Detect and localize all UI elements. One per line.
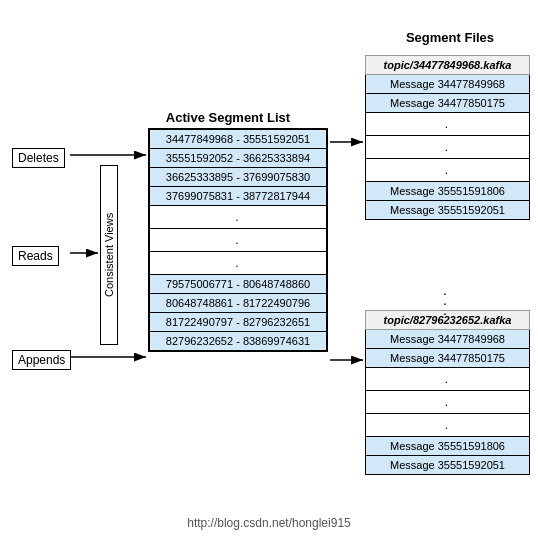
label-deletes: Deletes [12,148,65,168]
seg-file-row: Message 35551592051 [365,456,530,475]
segment-row: 35551592052 - 36625333894 [150,149,326,168]
segment-row: 82796232652 - 83869974631 [150,332,326,350]
seg-file-row: Message 34477849968 [365,75,530,94]
seg-file-dots: . [365,159,530,182]
seg-file-2-title: topic/82796232652.kafka [365,310,530,330]
seg-file-row: Message 34477850175 [365,94,530,113]
seg-file-dots: . [365,368,530,391]
segment-row: 37699075831 - 38772817944 [150,187,326,206]
label-reads: Reads [12,246,59,266]
segment-row: 80648748861 - 81722490796 [150,294,326,313]
seg-file-row: Message 34477849968 [365,330,530,349]
seg-file-group-2: topic/82796232652.kafka Message 34477849… [365,310,530,475]
segment-row: 36625333895 - 37699075830 [150,168,326,187]
segment-row-dots: . [150,229,326,252]
seg-file-1-title: topic/34477849968.kafka [365,55,530,75]
seg-file-row: Message 35551591806 [365,437,530,456]
segment-files-title: Segment Files [370,30,530,45]
segment-row-dots: . [150,252,326,275]
segment-row: 79575006771 - 80648748860 [150,275,326,294]
seg-file-row: Message 35551592051 [365,201,530,220]
seg-file-group-1: topic/34477849968.kafka Message 34477849… [365,55,530,220]
seg-file-dots: . [365,414,530,437]
active-segment-list-title: Active Segment List [148,110,308,125]
footer: http://blog.csdn.net/honglei915 [0,516,538,530]
seg-file-dots: . [365,136,530,159]
between-files-dots: . [443,282,447,298]
active-segment-list: 34477849968 - 35551592051 35551592052 - … [148,128,328,352]
label-appends: Appends [12,350,71,370]
segment-row: 34477849968 - 35551592051 [150,130,326,149]
segment-row: 81722490797 - 82796232651 [150,313,326,332]
seg-file-row: Message 35551591806 [365,182,530,201]
seg-file-dots: . [365,391,530,414]
segment-row-dots: . [150,206,326,229]
consistent-views-label: Consistent Views [100,155,118,355]
seg-file-row: Message 34477850175 [365,349,530,368]
seg-file-dots: . [365,113,530,136]
diagram-container: Segment Files Active Segment List Delete… [0,0,538,538]
between-files-dots: . [443,292,447,308]
